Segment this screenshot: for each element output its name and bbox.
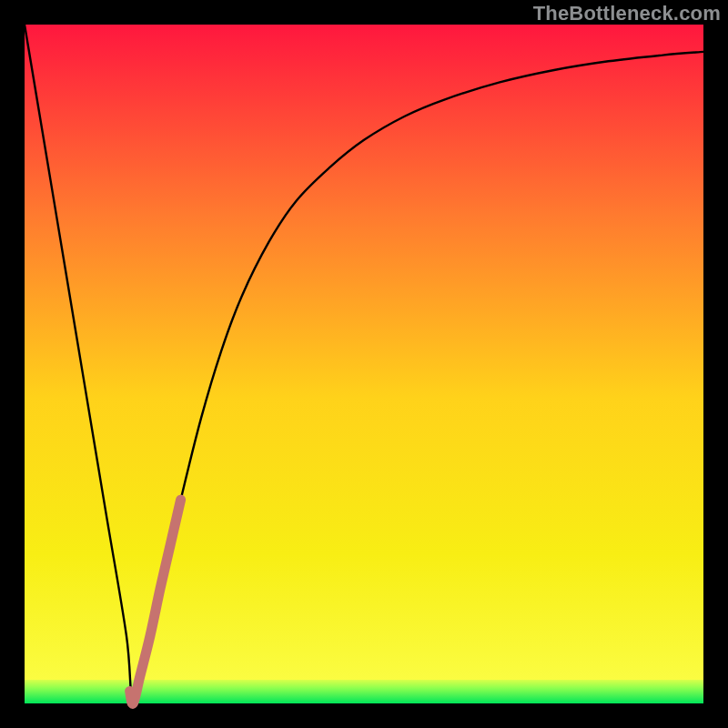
watermark-text: TheBottleneck.com — [533, 2, 721, 25]
plot-background — [25, 25, 703, 703]
chart-stage: TheBottleneck.com — [0, 0, 728, 728]
bottleneck-chart — [0, 0, 728, 728]
